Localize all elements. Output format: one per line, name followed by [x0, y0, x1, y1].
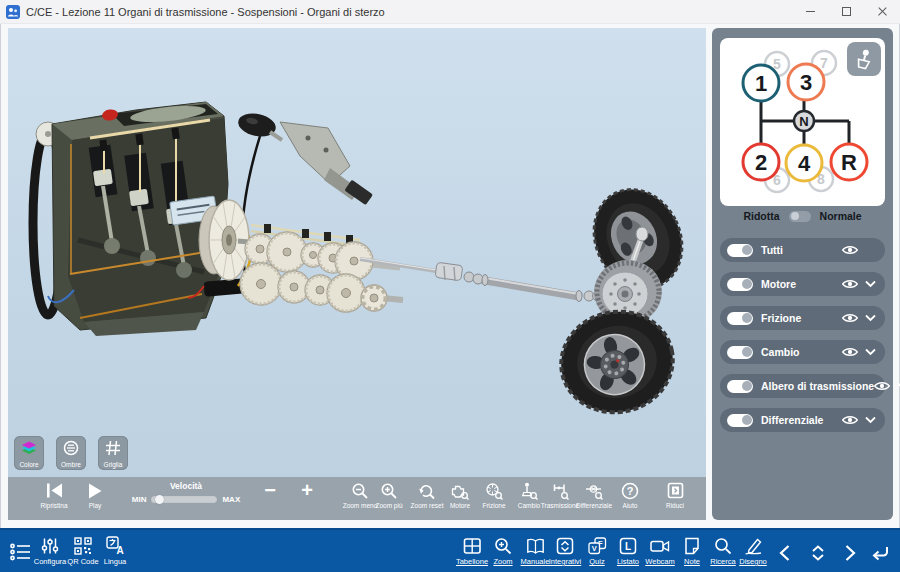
- driveshaft-model: [360, 258, 614, 302]
- language-button[interactable]: A Lingua: [93, 536, 137, 566]
- svg-text:2: 2: [755, 150, 767, 175]
- rear-wheel-near-model: [552, 301, 682, 422]
- shading-sphere-icon: [63, 440, 79, 456]
- speed-label: Velocità: [120, 481, 252, 491]
- draw-button[interactable]: Disegno: [731, 536, 775, 566]
- back-button[interactable]: [869, 544, 890, 566]
- visibility-eye-icon[interactable]: [842, 346, 858, 358]
- collapse-toolbar-button[interactable]: Riduci: [653, 482, 697, 509]
- layer-row-motore[interactable]: Motore: [720, 272, 885, 296]
- visibility-eye-icon[interactable]: [842, 278, 858, 290]
- toggle-switch[interactable]: [727, 346, 753, 359]
- gear-shifter-icon: [854, 48, 874, 70]
- grid-button[interactable]: Griglia: [98, 436, 128, 470]
- toggle-switch[interactable]: [727, 278, 753, 291]
- drivetrain-3d-scene: [8, 28, 706, 477]
- svg-text:4: 4: [798, 151, 811, 176]
- layer-row-tutti[interactable]: Tutti: [720, 238, 885, 262]
- color-button[interactable]: Colore: [14, 436, 44, 470]
- visibility-eye-icon[interactable]: [874, 380, 890, 392]
- speed-slider-knob[interactable]: [155, 495, 164, 504]
- toggle-switch[interactable]: [727, 414, 753, 427]
- svg-text:3: 3: [800, 70, 812, 95]
- color-button-label: Colore: [19, 461, 38, 468]
- playback-toolbar: Ripristina Play Velocità MIN MAX −: [8, 477, 706, 520]
- chevron-up-down-icon: [809, 544, 827, 562]
- gear-range-switch: Ridotta Normale: [720, 210, 885, 222]
- shifter-mode-button[interactable]: [847, 42, 881, 76]
- svg-text:V: V: [591, 544, 596, 553]
- gearshift-diagram-card: 5 7 6 8 1 3 N: [720, 38, 885, 206]
- next-lesson-button[interactable]: [840, 544, 858, 566]
- shadows-button[interactable]: Ombre: [56, 436, 86, 470]
- maximize-button[interactable]: [828, 0, 864, 23]
- grid-button-label: Griglia: [104, 461, 123, 468]
- close-button[interactable]: [864, 0, 900, 23]
- help-icon: ?: [608, 482, 652, 499]
- svg-text:?: ?: [627, 485, 634, 497]
- layer-row-cambio[interactable]: Cambio: [720, 340, 885, 364]
- layer-row-differenziale[interactable]: Differenziale: [720, 408, 885, 432]
- chevron-left-icon: [777, 544, 795, 562]
- grid-icon: [105, 440, 121, 456]
- pen-drawing-icon: [731, 536, 775, 555]
- visibility-eye-icon[interactable]: [842, 312, 858, 324]
- svg-text:L: L: [625, 541, 631, 552]
- layer-label: Motore: [761, 278, 796, 290]
- exit-panel-icon: [653, 482, 697, 499]
- svg-text:1: 1: [755, 71, 767, 96]
- titlebar: C/CE - Lezione 11 Organi di trasmissione…: [0, 0, 900, 24]
- chevron-down-icon[interactable]: [865, 314, 876, 322]
- speed-slider[interactable]: [151, 496, 217, 503]
- gearbox-model: [240, 224, 403, 312]
- toggle-switch[interactable]: [727, 312, 753, 325]
- layers-panel: 5 7 6 8 1 3 N: [712, 28, 893, 520]
- skip-to-start-icon: [32, 482, 76, 499]
- component-layer-list: Tutti Motore Frizione: [720, 238, 885, 442]
- layer-label: Albero di trasmissione: [761, 380, 874, 392]
- layer-row-albero[interactable]: Albero di trasmissione: [720, 374, 885, 398]
- range-toggle[interactable]: [789, 211, 811, 222]
- restart-button[interactable]: Ripristina: [32, 482, 76, 509]
- return-arrow-icon: [869, 544, 890, 562]
- chevron-down-icon[interactable]: [865, 348, 876, 356]
- main-toolbar: Configura QR Code A Lingua Tabellone Zoo…: [0, 528, 900, 572]
- layers-color-icon: [21, 441, 37, 456]
- previous-lesson-button[interactable]: [777, 544, 795, 566]
- svg-text:A: A: [116, 545, 123, 555]
- plus-icon: +: [285, 482, 329, 499]
- view-toggle-group: Colore Ombre Griglia: [14, 436, 128, 470]
- translate-icon: A: [93, 536, 137, 555]
- chevron-right-icon: [840, 544, 858, 562]
- shadows-button-label: Ombre: [61, 461, 81, 468]
- layer-label: Differenziale: [761, 414, 823, 426]
- layer-label: Frizione: [761, 312, 801, 324]
- 3d-viewport[interactable]: Colore Ombre Griglia: [8, 28, 706, 520]
- toggle-switch[interactable]: [727, 244, 753, 257]
- minimize-button[interactable]: [792, 0, 828, 23]
- expand-lessons-button[interactable]: [809, 544, 827, 566]
- visibility-eye-icon[interactable]: [842, 414, 858, 426]
- speed-min-label: MIN: [132, 495, 147, 504]
- svg-text:R: R: [841, 150, 857, 175]
- speed-increase-button[interactable]: +: [285, 482, 329, 499]
- svg-text:N: N: [799, 114, 808, 129]
- layer-label: Tutti: [761, 244, 783, 256]
- chevron-down-icon[interactable]: [865, 280, 876, 288]
- chevron-down-icon[interactable]: [865, 416, 876, 424]
- svg-text:7: 7: [820, 55, 828, 71]
- app-window: C/CE - Lezione 11 Organi di trasmissione…: [0, 0, 900, 572]
- speed-max-label: MAX: [222, 495, 240, 504]
- normale-label: Normale: [820, 210, 862, 222]
- app-icon: [6, 5, 20, 19]
- speed-control: Velocità MIN MAX: [120, 481, 252, 504]
- play-button[interactable]: Play: [73, 482, 117, 509]
- window-title: C/CE - Lezione 11 Organi di trasmissione…: [26, 6, 385, 18]
- visibility-eye-icon[interactable]: [842, 244, 858, 256]
- layer-row-frizione[interactable]: Frizione: [720, 306, 885, 330]
- help-button[interactable]: ? Aiuto: [608, 482, 652, 509]
- toggle-switch[interactable]: [727, 380, 753, 393]
- layer-label: Cambio: [761, 346, 800, 358]
- play-icon: [73, 482, 117, 499]
- ridotta-label: Ridotta: [743, 210, 779, 222]
